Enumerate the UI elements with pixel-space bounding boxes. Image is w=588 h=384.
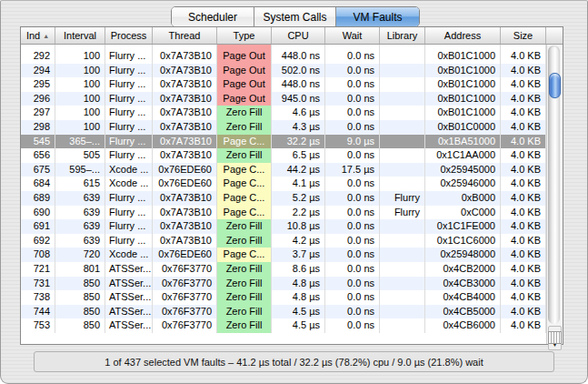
- table-row[interactable]: 691 639 Flurry ... 0x7A73B10 Zero Fill 1…: [21, 219, 546, 234]
- cell-size: 4.0 KB: [501, 219, 546, 234]
- cell-ind: 545: [21, 135, 55, 149]
- column-header-wait[interactable]: Wait: [325, 27, 380, 44]
- column-header-label: Interval: [64, 30, 96, 41]
- cell-library: [380, 318, 425, 333]
- cell-thread: 0x76EDE60: [153, 248, 217, 262]
- cell-process: ATSSer...: [105, 290, 153, 305]
- cell-ind: 692: [21, 234, 55, 248]
- cell-wait: 0.0 ns: [325, 219, 380, 234]
- table-row[interactable]: 545 365–... Flurry ... 0x7A73B10 Page C.…: [21, 135, 546, 149]
- cell-library: [380, 106, 425, 120]
- cell-ind: 298: [21, 120, 55, 135]
- cell-library: [380, 262, 425, 277]
- cell-interval: 850: [55, 318, 105, 333]
- cell-address: 0x25948000: [425, 248, 501, 262]
- tab-system-calls-label: System Calls: [263, 11, 326, 24]
- cell-library: [380, 92, 425, 106]
- table-row[interactable]: 689 639 Flurry ... 0x7A73B10 Page C... 5…: [21, 191, 546, 206]
- table-row[interactable]: 708 720 Xcode ... 0x76EDE60 Page C... 3.…: [21, 248, 546, 262]
- cell-cpu: 6.5 µs: [272, 148, 325, 163]
- cell-ind: 721: [21, 262, 55, 277]
- column-header-ind[interactable]: Ind▲: [21, 27, 55, 44]
- cell-interval: 639: [55, 191, 105, 206]
- cell-library: Flurry: [380, 191, 425, 206]
- cell-interval: 595–...: [55, 163, 105, 177]
- cell-type: Page C...: [217, 177, 272, 191]
- cell-size: 4.0 KB: [501, 49, 546, 64]
- cell-cpu: 44.2 µs: [272, 163, 325, 177]
- table-row[interactable]: 684 615 Xcode ... 0x76EDE60 Page C... 4.…: [21, 177, 546, 191]
- table-row[interactable]: 692 639 Flurry ... 0x7A73B10 Zero Fill 4…: [21, 234, 546, 248]
- cell-interval: 100: [55, 92, 105, 106]
- cell-library: [380, 234, 425, 248]
- table-row[interactable]: 296 100 Flurry ... 0x7A73B10 Page Out 94…: [21, 92, 546, 106]
- column-header-library[interactable]: Library: [380, 27, 425, 44]
- cell-ind: 294: [21, 64, 55, 78]
- cell-library: [380, 120, 425, 135]
- cell-ind: 691: [21, 219, 55, 234]
- cell-wait: 9.0 µs: [325, 135, 380, 149]
- table-row[interactable]: 731 850 ATSSer... 0x76F3770 Zero Fill 4.…: [21, 277, 546, 291]
- table-row[interactable]: 690 639 Flurry ... 0x7A73B10 Page C... 2…: [21, 206, 546, 220]
- cell-cpu: 4.8 µs: [272, 290, 325, 305]
- table-row[interactable]: 738 850 ATSSer... 0x76F3770 Zero Fill 4.…: [21, 290, 546, 305]
- cell-cpu: 4.2 µs: [272, 234, 325, 248]
- scrollbar-track[interactable]: [548, 45, 560, 324]
- column-header-type[interactable]: Type: [217, 27, 272, 44]
- cell-ind: 292: [21, 49, 55, 64]
- cell-size: 4.0 KB: [501, 148, 546, 163]
- column-header-cpu[interactable]: CPU: [272, 27, 325, 44]
- cell-thread: 0x7A73B10: [153, 64, 217, 78]
- table-row[interactable]: 753 850 ATSSer... 0x76F3770 Zero Fill 4.…: [21, 318, 546, 333]
- table-row[interactable]: 656 505 Flurry ... 0x7A73B10 Zero Fill 6…: [21, 148, 546, 163]
- cell-address: 0x4CB2000: [425, 262, 501, 277]
- cell-library: [380, 163, 425, 177]
- cell-ind: 684: [21, 177, 55, 191]
- cell-wait: 0.0 ns: [325, 92, 380, 106]
- table-row[interactable]: 297 100 Flurry ... 0x7A73B10 Zero Fill 4…: [21, 106, 546, 120]
- tab-scheduler-label: Scheduler: [188, 11, 237, 24]
- column-header-label: Wait: [343, 30, 363, 41]
- cell-interval: 639: [55, 234, 105, 248]
- cell-cpu: 5.2 µs: [272, 191, 325, 206]
- cell-type: Page Out: [217, 92, 272, 106]
- column-grid-icon[interactable]: [548, 331, 562, 344]
- cell-size: 4.0 KB: [501, 177, 546, 191]
- column-header-interval[interactable]: Interval: [55, 27, 105, 44]
- column-header-size[interactable]: Size: [501, 27, 546, 44]
- tab-scheduler[interactable]: Scheduler: [172, 7, 254, 26]
- vm-faults-table: Ind▲IntervalProcessThreadTypeCPUWaitLibr…: [20, 26, 563, 345]
- cell-thread: 0x7A73B10: [153, 49, 217, 64]
- cell-library: [380, 305, 425, 319]
- status-bar: 1 of 437 selected VM faults – 41.2 µs to…: [34, 351, 554, 372]
- cell-library: [380, 148, 425, 163]
- cell-ind: 738: [21, 290, 55, 305]
- cell-type: Page C...: [217, 135, 272, 149]
- table-row[interactable]: 744 850 ATSSer... 0x76F3770 Zero Fill 4.…: [21, 305, 546, 319]
- cell-address: 0x1C1AA000: [425, 148, 501, 163]
- cell-interval: 720: [55, 248, 105, 262]
- table-row[interactable]: 675 595–... Xcode ... 0x76EDE60 Page C..…: [21, 163, 546, 177]
- cell-library: Flurry: [380, 206, 425, 220]
- cell-thread: 0x76F3770: [153, 277, 217, 291]
- cell-process: ATSSer...: [105, 277, 153, 291]
- column-header-thread[interactable]: Thread: [153, 27, 217, 44]
- cell-thread: 0x76F3770: [153, 262, 217, 277]
- tab-system-calls[interactable]: System Calls: [254, 7, 335, 26]
- column-header-address[interactable]: Address: [425, 27, 501, 44]
- table-row[interactable]: 721 801 ATSSer... 0x76F3770 Zero Fill 8.…: [21, 262, 546, 277]
- column-header-process[interactable]: Process: [105, 27, 153, 44]
- cell-wait: 0.0 ns: [325, 234, 380, 248]
- tab-vm-faults[interactable]: VM Faults: [335, 7, 419, 26]
- vertical-scrollbar[interactable]: ▲ ▼: [546, 45, 563, 344]
- table-row[interactable]: 292 100 Flurry ... 0x7A73B10 Page Out 44…: [21, 49, 546, 64]
- table-row[interactable]: 294 100 Flurry ... 0x7A73B10 Page Out 50…: [21, 64, 546, 78]
- scrollbar-thumb[interactable]: [549, 73, 561, 98]
- cell-ind: 744: [21, 305, 55, 319]
- cell-wait: 0.0 ns: [325, 177, 380, 191]
- table-row[interactable]: 298 100 Flurry ... 0x7A73B10 Zero Fill 4…: [21, 120, 546, 135]
- cell-address: 0x4CB3000: [425, 277, 501, 291]
- cell-wait: 17.5 µs: [325, 163, 380, 177]
- cell-cpu: 502.0 ns: [272, 64, 325, 78]
- table-row[interactable]: 295 100 Flurry ... 0x7A73B10 Page Out 44…: [21, 77, 546, 92]
